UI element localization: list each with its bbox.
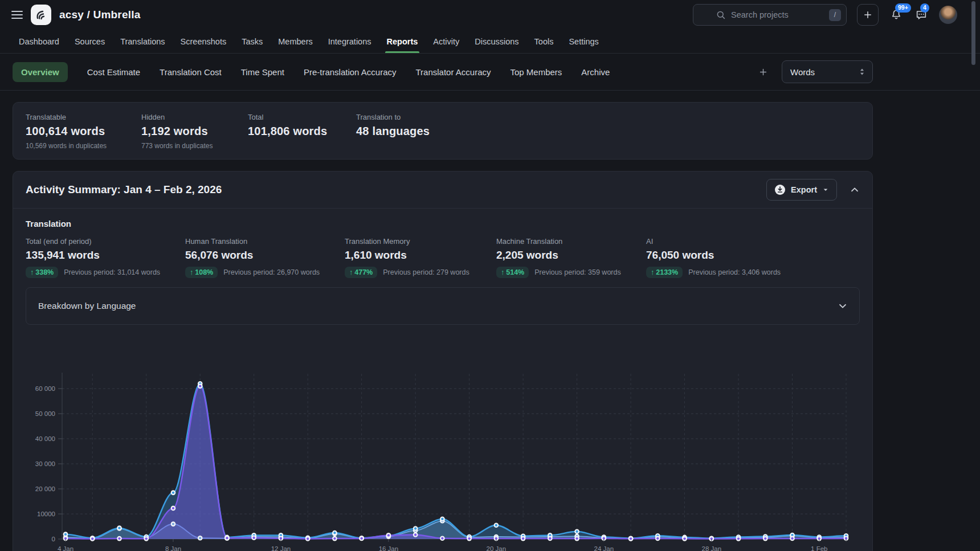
series-light-blue-point-center: [199, 537, 201, 539]
stat-label: Machine Translation: [496, 237, 646, 246]
increase-value: 108%: [195, 268, 213, 276]
nav-item-members[interactable]: Members: [278, 30, 312, 53]
stat-meta: ↑2133%Previous period: 3,406 words: [646, 267, 860, 278]
stat-meta: ↑477%Previous period: 279 words: [345, 267, 496, 278]
search-box[interactable]: /: [693, 4, 847, 26]
nav-item-tasks[interactable]: Tasks: [242, 30, 263, 53]
x-axis-label: 8 Jan: [165, 545, 181, 551]
stat-label: Translation to: [356, 113, 860, 121]
y-axis-label: 0: [52, 536, 55, 542]
activity-summary-card: Activity Summary: Jan 4 – Feb 2, 2026 Ex…: [13, 171, 873, 551]
activity-stat-machine-translation: Machine Translation2,205 words↑514%Previ…: [496, 237, 646, 278]
report-tab-archive[interactable]: Archive: [581, 62, 610, 82]
series-purple-point-center: [791, 537, 793, 540]
nav-item-screenshots[interactable]: Screenshots: [181, 30, 227, 53]
previous-period-text: Previous period: 279 words: [383, 268, 469, 276]
hamburger-icon: [11, 10, 23, 19]
x-axis-label: 4 Jan: [58, 545, 74, 551]
scrollbar-thumb[interactable]: [971, 1, 975, 65]
report-tab-translation-cost[interactable]: Translation Cost: [160, 62, 222, 82]
report-tab-overview[interactable]: Overview: [13, 62, 68, 82]
report-tab-top-members[interactable]: Top Members: [510, 62, 562, 82]
stat-meta: ↑108%Previous period: 26,970 words: [185, 267, 345, 278]
increase-value: 2133%: [656, 268, 678, 276]
summary-stat-hidden: Hidden1,192 words773 words in duplicates: [141, 113, 248, 150]
unit-select-value: Words: [790, 67, 815, 77]
stat-meta: ↑514%Previous period: 359 words: [496, 267, 646, 278]
nav-item-discussions[interactable]: Discussions: [475, 30, 518, 53]
add-report-button[interactable]: [758, 67, 768, 77]
stat-value: 76,050 words: [646, 249, 860, 262]
increase-badge: ↑338%: [26, 267, 58, 278]
sort-arrows-icon: [858, 67, 866, 76]
report-tab-pre-translation-accuracy[interactable]: Pre-translation Accuracy: [304, 62, 397, 82]
report-tab-cost-estimate[interactable]: Cost Estimate: [87, 62, 140, 82]
y-axis-label: 30 000: [35, 460, 55, 467]
page-scrollbar[interactable]: [971, 0, 975, 551]
series-blue-point-center: [64, 533, 67, 535]
series-purple-point-center: [737, 537, 740, 540]
increase-badge: ↑2133%: [646, 267, 683, 278]
search-input[interactable]: [731, 10, 824, 19]
content: Translatable100,614 words10,569 words in…: [0, 91, 873, 551]
series-purple-point-center: [468, 537, 470, 540]
menu-button[interactable]: [11, 10, 23, 19]
series-purple-point-center: [549, 537, 551, 540]
stat-label: Hidden: [141, 113, 248, 121]
series-purple-point-center: [387, 534, 390, 536]
series-blue-point-center: [791, 534, 793, 536]
stat-label: Total: [248, 113, 356, 121]
nav-item-activity[interactable]: Activity: [433, 30, 459, 53]
y-axis-label: 10000: [37, 511, 55, 517]
series-purple-point-center: [145, 537, 148, 540]
increase-value: 477%: [354, 268, 373, 276]
chevron-down-icon: [838, 301, 848, 311]
create-project-button[interactable]: [857, 4, 879, 26]
unit-select[interactable]: Words: [782, 60, 873, 83]
nav-item-translations[interactable]: Translations: [120, 30, 165, 53]
series-purple-point-center: [414, 533, 416, 536]
stat-label: Human Translation: [185, 237, 345, 246]
export-button[interactable]: Export: [766, 179, 837, 201]
nav-item-tools[interactable]: Tools: [534, 30, 554, 53]
stat-subtext: 773 words in duplicates: [141, 142, 248, 150]
report-tab-translator-accuracy[interactable]: Translator Accuracy: [415, 62, 491, 82]
x-axis-label: 24 Jan: [594, 545, 614, 551]
stat-value: 135,941 words: [26, 249, 185, 262]
report-tab-time-spent[interactable]: Time Spent: [241, 62, 284, 82]
search-icon: [716, 10, 726, 20]
app-logo[interactable]: [31, 5, 51, 25]
nav-item-sources[interactable]: Sources: [75, 30, 105, 53]
stat-label: AI: [646, 237, 860, 246]
previous-period-text: Previous period: 31,014 words: [64, 268, 160, 276]
previous-period-text: Previous period: 359 words: [534, 268, 620, 276]
nav-item-integrations[interactable]: Integrations: [328, 30, 371, 53]
series-purple-point-center: [307, 537, 309, 540]
y-axis-label: 50 000: [35, 410, 55, 417]
previous-period-text: Previous period: 3,406 words: [688, 268, 781, 276]
nav-item-settings[interactable]: Settings: [569, 30, 598, 53]
series-purple-point-center: [226, 537, 228, 539]
report-tabs: OverviewCost EstimateTranslation CostTim…: [13, 62, 610, 82]
series-purple-point-center: [172, 507, 174, 509]
increase-arrow-icon: ↑: [190, 268, 193, 276]
messages-button[interactable]: 4: [914, 7, 929, 22]
nav-item-dashboard[interactable]: Dashboard: [19, 30, 59, 53]
summary-stat-total: Total101,806 words: [248, 113, 356, 150]
nav-item-reports[interactable]: Reports: [387, 30, 418, 53]
stat-meta: ↑338%Previous period: 31,014 words: [26, 267, 185, 278]
plus-icon: [758, 67, 768, 77]
search-shortcut-hint: /: [829, 9, 841, 21]
notifications-button[interactable]: 99+: [889, 7, 904, 22]
breakdown-by-language-toggle[interactable]: Breakdown by Language: [26, 287, 860, 325]
activity-chart-svg: 01000020 00030 00040 00050 00060 0004 Ja…: [26, 338, 860, 551]
user-avatar[interactable]: [939, 6, 957, 24]
series-purple-point-center: [360, 537, 362, 540]
increase-value: 514%: [506, 268, 524, 276]
activity-summary-title: Activity Summary: Jan 4 – Feb 2, 2026: [26, 183, 222, 196]
increase-arrow-icon: ↑: [501, 268, 504, 276]
stat-value: 1,192 words: [141, 125, 248, 138]
messages-badge: 4: [920, 3, 929, 13]
collapse-section-button[interactable]: [850, 185, 860, 195]
series-purple-point-center: [630, 537, 632, 540]
